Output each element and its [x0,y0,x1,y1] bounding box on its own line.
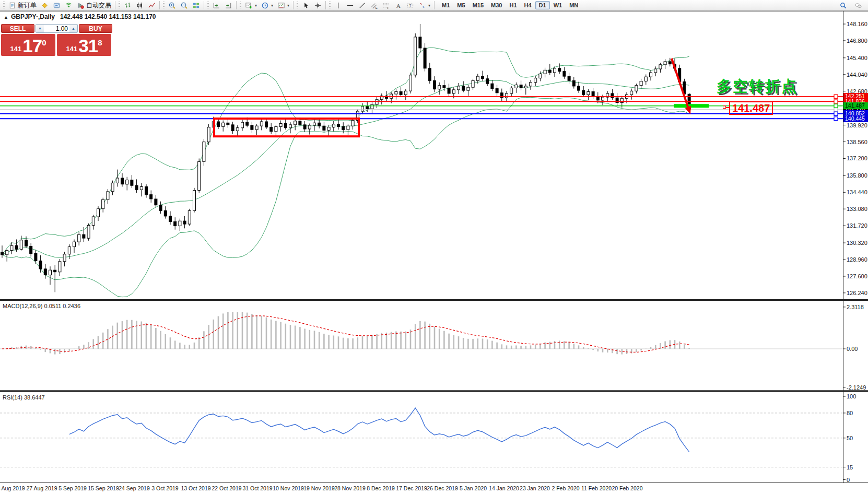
timeframe-m5-button[interactable]: M5 [453,1,468,9]
date-label: 10 Nov 2019 [273,485,304,491]
ask-price-button[interactable]: 141318 [57,34,111,56]
community-button[interactable] [852,1,864,10]
new-chart-icon [245,2,253,9]
fibonacci-button[interactable]: F [380,1,392,10]
bid-price-button[interactable]: 141170 [1,34,55,56]
auto-scroll-icon [213,2,220,9]
timeframe-w1-button[interactable]: W1 [550,1,566,9]
signals-button[interactable] [63,1,75,10]
date-label: 8 Dec 2019 [367,485,395,491]
ohlc-values: 142.448 142.540 141.153 141.170 [60,13,156,20]
macd-tick-label: 2.3118 [847,304,864,310]
autotrading-button[interactable]: 自动交易 [75,0,113,11]
date-label: 8 Aug 2019 [0,485,25,491]
timeframe-m15-button[interactable]: M15 [469,1,487,9]
volume-decrease-button[interactable]: ▼ [36,25,44,32]
rsi-tick-label: 100 [847,393,856,399]
volume-input[interactable] [44,25,69,32]
new-chart-button[interactable]: ▾ [243,1,259,10]
text-icon: A [394,2,402,9]
label-button[interactable]: T [404,1,416,10]
crosshair-button[interactable] [312,1,324,10]
price-level-annotation[interactable]: 141.487 [729,101,773,115]
date-label: 22 Oct 2019 [212,485,241,491]
date-label: 14 Jan 2020 [489,485,519,491]
rsi-pane-divider[interactable] [0,390,868,392]
trendline-button[interactable] [356,1,368,10]
annotations-group [214,58,709,136]
bars-chart-button[interactable] [122,1,134,10]
timeframe-mn-button[interactable]: MN [566,1,582,9]
arrows-button[interactable]: ▾ [416,1,432,10]
zoom-in-button[interactable] [166,1,178,10]
volume-increase-button[interactable]: ▲ [69,25,77,32]
auto-scroll-button[interactable] [210,1,222,10]
macd-tick-label: 0.00 [847,346,858,352]
price-tick-label: 144.040 [847,72,867,78]
price-tick-label: 137.200 [847,155,867,161]
sell-button[interactable]: SELL [1,24,34,33]
price-line-badge: 140.445 [843,115,868,122]
market-button[interactable] [51,1,63,10]
highlight-bar-annotation [674,104,709,108]
channel-button[interactable]: E [368,1,380,10]
collapse-triangle-icon[interactable]: ▲ [4,15,8,20]
zoom-out-button[interactable] [178,1,190,10]
buy-button[interactable]: BUY [79,24,112,33]
date-label: 11 Feb 2020 [581,485,612,491]
dropdown-caret-icon: ▾ [287,3,289,8]
line-chart-button[interactable] [146,1,158,10]
timeframe-m1-button[interactable]: M1 [438,1,453,9]
metaeditor-button[interactable] [39,1,51,10]
price-tick-label: 139.920 [847,122,867,128]
bars-chart-icon [124,2,132,9]
new-order-icon [8,2,16,9]
timeframe-group: M1M5M15M30H1H4D1W1MN [438,1,582,9]
chart-shift-button[interactable] [222,1,234,10]
macd-indicator-canvas[interactable] [0,302,868,390]
macd-pane-divider[interactable] [0,299,868,301]
horizontal-line-icon [346,2,354,9]
chart-shift-icon [225,2,232,9]
search-button[interactable] [837,1,849,10]
svg-text:E: E [376,5,378,9]
timeframe-h4-button[interactable]: H4 [521,1,535,9]
macd-signal-line [2,316,689,352]
zoom-out-icon [180,2,188,9]
periods-button[interactable]: ▾ [259,1,275,10]
chart-frame-bottom [0,483,868,483]
timeframe-m30-button[interactable]: M30 [487,1,506,9]
crosshair-icon [314,2,322,9]
timeframe-d1-button[interactable]: D1 [535,1,550,9]
date-label: 13 Oct 2019 [181,485,210,491]
price-tick-label: 131.720 [847,222,867,229]
cursor-button[interactable] [300,1,312,10]
toolbar-separator [204,1,204,9]
timeframe-h1-button[interactable]: H1 [506,1,520,9]
date-label: 31 Oct 2019 [242,485,272,491]
candles-chart-button[interactable] [134,1,146,10]
price-axis-line[interactable] [843,11,843,483]
toolbar-grip [207,2,209,9]
price-lines-group [0,95,843,120]
templates-button[interactable]: ▾ [275,1,291,10]
autotrading-label: 自动交易 [86,1,111,10]
one-click-trading-panel: SELL ▼ ▲ BUY 141170 141318 [1,24,112,56]
periods-icon [261,2,269,9]
toolbar-separator [293,1,294,9]
horizontal-line-button[interactable] [344,1,356,10]
fibonacci-icon: F [382,2,390,9]
date-label: 27 Aug 2019 [27,485,57,491]
rsi-indicator-canvas[interactable] [0,393,868,483]
turning-point-annotation: 多空转折点 [717,76,797,97]
chart-frame-top [0,11,868,11]
rsi-tick-label: 80 [847,410,853,416]
new-order-button[interactable]: 新订单 [6,0,39,11]
vertical-line-button[interactable] [332,1,344,10]
tile-windows-button[interactable] [190,1,202,10]
date-label: 5 Jan 2020 [460,485,487,491]
text-button[interactable]: A [392,1,404,10]
price-tick-label: 146.800 [847,38,867,44]
bollinger-bands [2,48,689,297]
main-chart-canvas[interactable] [0,11,868,299]
